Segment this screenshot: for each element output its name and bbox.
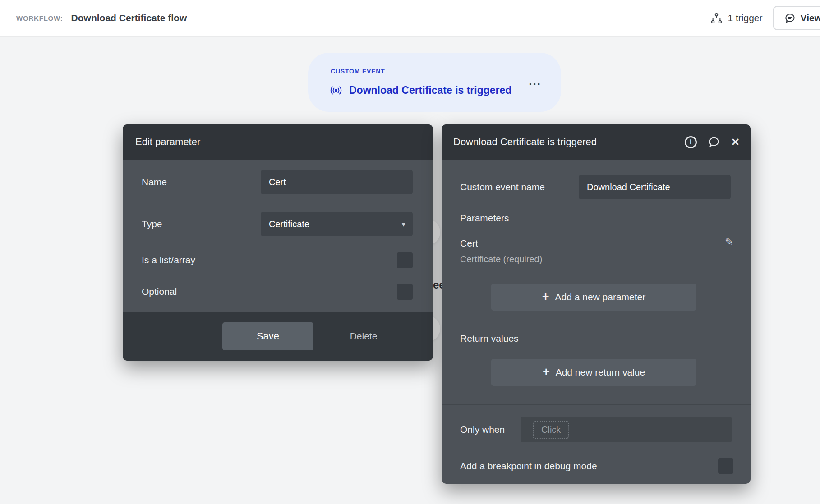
trigger-count: 1 trigger xyxy=(710,12,762,24)
is-list-label: Is a list/array xyxy=(142,255,261,266)
parameter-type: Certificate (required) xyxy=(460,254,542,265)
broadcast-icon xyxy=(329,84,343,96)
workflow-canvas: WORKFLOW: Download Certificate flow 1 tr… xyxy=(0,0,820,504)
custom-event-kicker: CUSTOM EVENT xyxy=(331,68,385,75)
top-bar: WORKFLOW: Download Certificate flow 1 tr… xyxy=(0,0,820,37)
edit-parameter-footer: Save Delete xyxy=(123,312,433,361)
delete-button[interactable]: Delete xyxy=(332,322,395,350)
name-label: Name xyxy=(142,177,261,188)
view-button[interactable]: View xyxy=(773,6,820,30)
custom-event-title: Download Certificate is triggered xyxy=(349,84,511,96)
edit-parameter-dialog-header[interactable]: Edit parameter xyxy=(123,124,433,160)
is-list-checkbox[interactable] xyxy=(397,252,413,268)
is-list-row: Is a list/array xyxy=(142,252,413,268)
workflow-title: Download Certificate flow xyxy=(71,13,187,23)
only-when-label: Only when xyxy=(460,424,505,435)
section-divider xyxy=(442,404,751,405)
topbar-right-group: 1 trigger View xyxy=(710,6,820,30)
custom-event-card[interactable]: CUSTOM EVENT Download Certificate is tri… xyxy=(308,53,561,112)
hierarchy-icon xyxy=(710,12,723,24)
only-when-condition-input[interactable]: Click xyxy=(521,417,732,442)
custom-event-name-label: Custom event name xyxy=(460,182,545,192)
optional-label: Optional xyxy=(142,286,261,297)
save-button[interactable]: Save xyxy=(222,322,313,350)
return-values-label: Return values xyxy=(460,333,519,344)
plus-icon: + xyxy=(543,366,550,378)
comment-bubble-icon xyxy=(784,13,796,24)
custom-event-dialog: Download Certificate is triggered i ✕ Cu… xyxy=(442,124,751,484)
edit-parameter-dialog: Edit parameter Name Type Certificate ▾ I… xyxy=(123,124,433,361)
workflow-label: WORKFLOW: xyxy=(16,14,63,22)
add-parameter-label: Add a new parameter xyxy=(555,292,645,302)
only-when-placeholder: Click xyxy=(533,421,569,439)
type-label: Type xyxy=(142,219,261,229)
edit-pencil-icon[interactable]: ✎ xyxy=(725,236,733,248)
breakpoint-label: Add a breakpoint in debug mode xyxy=(460,461,597,472)
optional-row: Optional xyxy=(142,284,413,300)
custom-event-dialog-title: Download Certificate is triggered xyxy=(453,136,679,148)
parameters-label: Parameters xyxy=(460,213,509,224)
plus-icon: + xyxy=(542,291,549,303)
close-icon[interactable]: ✕ xyxy=(731,136,740,148)
optional-checkbox[interactable] xyxy=(397,284,413,300)
trigger-count-label: 1 trigger xyxy=(728,13,762,23)
chevron-down-icon: ▾ xyxy=(401,220,405,229)
name-input[interactable] xyxy=(261,170,413,194)
parameter-name: Cert xyxy=(460,238,478,249)
name-row: Name xyxy=(142,170,413,194)
type-row: Type Certificate ▾ xyxy=(142,212,413,236)
info-icon[interactable]: i xyxy=(685,136,697,148)
type-dropdown[interactable]: Certificate ▾ xyxy=(261,212,413,236)
header-icons: i ✕ xyxy=(685,136,740,148)
custom-event-dialog-header[interactable]: Download Certificate is triggered i ✕ xyxy=(442,124,751,160)
comment-icon[interactable] xyxy=(708,136,720,148)
view-button-label: View xyxy=(801,13,820,23)
edit-parameter-title: Edit parameter xyxy=(135,136,200,148)
event-menu-dots[interactable]: ... xyxy=(529,74,541,88)
custom-event-title-row: Download Certificate is triggered xyxy=(329,84,511,96)
custom-event-name-input[interactable] xyxy=(579,175,731,199)
add-parameter-button[interactable]: + Add a new parameter xyxy=(491,284,696,311)
add-return-value-button[interactable]: + Add new return value xyxy=(491,359,696,386)
type-dropdown-value: Certificate xyxy=(269,219,309,229)
breakpoint-checkbox[interactable] xyxy=(718,458,733,474)
add-return-value-label: Add new return value xyxy=(556,367,645,378)
